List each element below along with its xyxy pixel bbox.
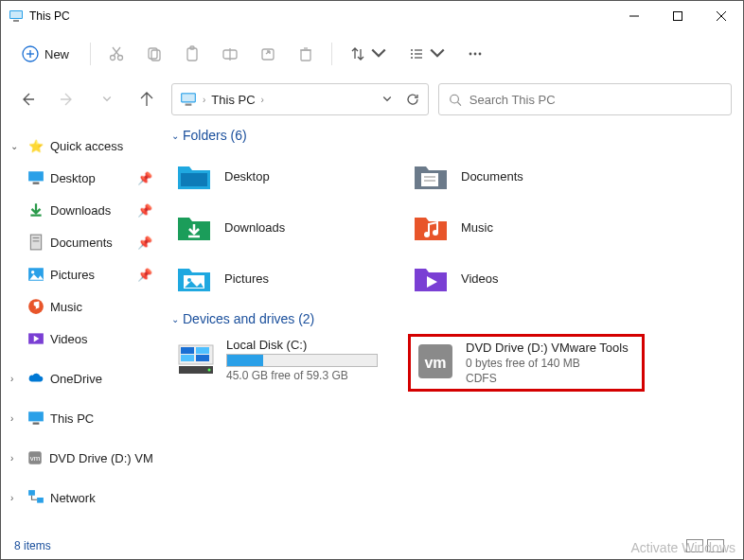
drive-name: Local Disk (C:) (226, 338, 378, 352)
sidebar-item-network[interactable]: ›Network (5, 481, 158, 514)
folder-videos[interactable]: Videos (408, 253, 645, 304)
svg-point-69 (208, 369, 211, 372)
drive-free-text: 0 bytes free of 140 MB (466, 357, 629, 370)
copy-icon (146, 45, 163, 62)
document-icon (27, 234, 44, 251)
folder-pictures[interactable]: Pictures (171, 253, 408, 304)
music-icon (27, 298, 44, 315)
up-button[interactable] (132, 84, 162, 114)
more-button[interactable] (457, 37, 493, 71)
arrow-right-icon (60, 92, 75, 107)
svg-point-32 (479, 53, 482, 56)
svg-point-45 (31, 271, 34, 273)
drive-name: DVD Drive (D:) VMware Tools (466, 341, 629, 355)
plus-icon (22, 45, 39, 62)
back-button[interactable] (12, 84, 43, 114)
minimize-button[interactable] (612, 1, 656, 31)
svg-rect-49 (33, 423, 40, 425)
pin-icon: 📌 (137, 236, 152, 250)
svg-point-10 (111, 56, 115, 61)
disc-icon: vm (27, 449, 44, 466)
paste-icon (184, 45, 201, 62)
sidebar-item-quickaccess[interactable]: ⌄⭐Quick access (5, 130, 158, 162)
more-icon (467, 45, 484, 62)
cut-icon (108, 45, 125, 62)
delete-button[interactable] (288, 37, 324, 71)
crumb-thispc[interactable]: This PC (211, 93, 255, 107)
svg-rect-48 (28, 411, 44, 421)
folder-desktop[interactable]: Desktop (171, 150, 408, 201)
svg-rect-35 (186, 104, 192, 106)
search-box[interactable] (438, 83, 732, 115)
svg-rect-65 (196, 347, 209, 354)
pin-icon: 📌 (137, 203, 152, 218)
svg-rect-67 (196, 355, 209, 361)
forward-button[interactable] (52, 84, 82, 114)
view-button[interactable] (399, 37, 455, 71)
maximize-button[interactable] (656, 1, 700, 31)
thispc-icon (27, 410, 44, 427)
svg-line-13 (113, 47, 119, 56)
chevron-down-icon (102, 95, 112, 104)
address-box[interactable]: › This PC › (171, 83, 429, 115)
svg-text:vm: vm (30, 454, 41, 463)
address-bar: › This PC › (1, 77, 743, 122)
documents-folder-icon (412, 157, 450, 195)
sidebar-item-onedrive[interactable]: ›OneDrive (5, 362, 158, 394)
share-button[interactable] (250, 37, 286, 71)
folder-downloads[interactable]: Downloads (171, 201, 408, 253)
new-button[interactable]: New (9, 37, 82, 71)
delete-icon (297, 45, 314, 62)
drive-dvd-d[interactable]: vm DVD Drive (D:) VMware Tools 0 bytes f… (408, 334, 645, 392)
drive-icon (175, 338, 217, 379)
vm-disc-icon: vm (415, 341, 456, 382)
svg-rect-21 (301, 50, 310, 61)
thispc-icon (9, 9, 24, 24)
titlebar: This PC (1, 1, 743, 31)
svg-line-12 (114, 47, 120, 56)
svg-rect-52 (28, 490, 35, 496)
crumb-sep: › (203, 95, 205, 105)
svg-rect-4 (674, 12, 682, 21)
cut-button[interactable] (98, 37, 134, 71)
chevron-down-icon (429, 45, 446, 62)
chevron-down-icon[interactable] (382, 95, 392, 104)
cloud-icon (27, 370, 44, 387)
drives-header[interactable]: ⌄Devices and drives (2) (171, 311, 734, 326)
svg-rect-39 (33, 183, 40, 184)
svg-rect-66 (181, 355, 194, 361)
downloads-folder-icon (175, 208, 213, 246)
recent-button[interactable] (92, 84, 122, 114)
copy-button[interactable] (136, 37, 172, 71)
folder-music[interactable]: Music (408, 201, 645, 253)
svg-point-62 (187, 278, 191, 282)
svg-point-31 (474, 53, 477, 56)
search-input[interactable] (469, 93, 721, 107)
svg-rect-2 (13, 20, 19, 22)
activate-watermark: Activate Windows (631, 540, 735, 555)
drive-fs-text: CDFS (466, 372, 629, 385)
sidebar-item-desktop[interactable]: Desktop📌 (5, 162, 158, 194)
sidebar-item-pictures[interactable]: Pictures📌 (5, 258, 158, 290)
refresh-icon[interactable] (405, 92, 420, 107)
sidebar-item-music[interactable]: Music (5, 290, 158, 323)
close-button[interactable] (700, 1, 743, 31)
sort-icon (349, 45, 366, 62)
sidebar-item-videos[interactable]: Videos (5, 323, 158, 355)
sidebar-item-thispc[interactable]: ›This PC (5, 402, 158, 434)
rename-button[interactable] (212, 37, 248, 71)
svg-rect-38 (28, 171, 44, 181)
sort-button[interactable] (340, 37, 397, 71)
sidebar-item-dvd[interactable]: ›vmDVD Drive (D:) VMw (5, 442, 158, 474)
svg-line-37 (458, 102, 461, 105)
sidebar-item-documents[interactable]: Documents📌 (5, 226, 158, 258)
folder-documents[interactable]: Documents (408, 150, 645, 201)
folders-header[interactable]: ⌄Folders (6) (171, 128, 734, 143)
status-item-count: 8 items (14, 539, 51, 552)
main-pane: ⌄Folders (6) Desktop Documents Downloads… (162, 122, 743, 533)
paste-button[interactable] (174, 37, 210, 71)
pictures-folder-icon (175, 259, 213, 297)
sidebar-item-downloads[interactable]: Downloads📌 (5, 194, 158, 226)
drive-local-c[interactable]: Local Disk (C:) 45.0 GB free of 59.3 GB (171, 334, 408, 392)
thispc-icon (180, 91, 197, 108)
